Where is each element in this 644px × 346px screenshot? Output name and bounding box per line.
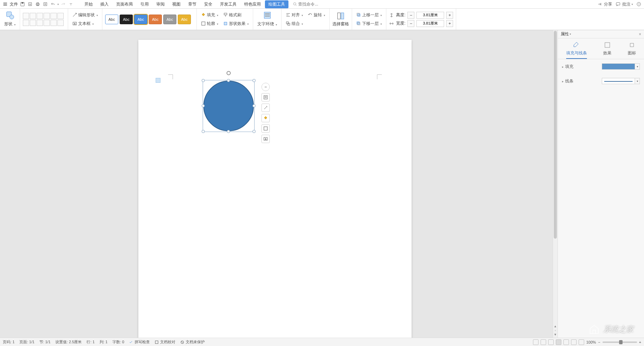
style-swatch-4[interactable]: Abc (163, 15, 176, 24)
panel-tab-picture[interactable]: 图标 (628, 41, 636, 59)
zoom-in-button[interactable]: + (639, 340, 641, 344)
status-row[interactable]: 行: 1 (86, 339, 94, 345)
tab-sections[interactable]: 章节 (185, 0, 200, 8)
command-search[interactable] (292, 1, 340, 7)
status-spellcheck[interactable]: 拼写检查 (129, 339, 150, 345)
selected-shape[interactable] (203, 81, 254, 131)
status-page[interactable]: 页面: 1/1 (19, 339, 34, 345)
style-swatch-3[interactable]: Abc (149, 15, 162, 24)
read-view-icon[interactable] (541, 339, 546, 345)
undo-icon[interactable] (50, 1, 56, 7)
resize-handle-s[interactable] (227, 130, 230, 133)
tab-developer[interactable]: 开发工具 (217, 0, 240, 8)
outline-view-icon[interactable] (563, 339, 569, 345)
status-col[interactable]: 列: 1 (100, 339, 108, 345)
float-outline-button[interactable] (261, 124, 270, 133)
print-icon[interactable] (35, 1, 41, 7)
format-painter-button[interactable]: 格式刷 (222, 11, 243, 19)
save-icon[interactable] (19, 1, 26, 7)
edit-view-icon[interactable] (548, 339, 554, 345)
resize-handle-nw[interactable] (202, 79, 205, 82)
float-text-button[interactable]: A (261, 135, 270, 143)
menu-icon[interactable] (2, 1, 8, 7)
status-chars[interactable]: 字数: 0 (112, 339, 124, 345)
width-increase[interactable]: + (446, 20, 453, 27)
bring-forward-button[interactable]: 上移一层 (355, 11, 383, 19)
height-input[interactable] (416, 12, 444, 19)
tab-references[interactable]: 引用 (137, 0, 152, 8)
panel-tab-fill-line[interactable]: 填充与线条 (566, 41, 587, 59)
float-edit-button[interactable] (261, 104, 270, 112)
tab-start[interactable]: 开始 (81, 0, 96, 8)
resize-handle-n[interactable] (227, 79, 230, 82)
status-proof[interactable]: 文档校对 (155, 339, 175, 345)
style-swatch-2[interactable]: Abc (134, 15, 147, 24)
qat-more-icon[interactable] (68, 1, 74, 7)
shape-gallery[interactable] (23, 13, 64, 26)
resize-handle-e[interactable] (252, 104, 256, 107)
fullscreen-view-icon[interactable] (533, 339, 539, 345)
paragraph-options-icon[interactable] (156, 78, 160, 83)
resize-handle-ne[interactable] (252, 79, 256, 82)
redo-icon[interactable] (60, 1, 66, 7)
panel-tab-effects[interactable]: 效果 (603, 41, 611, 59)
web-view-icon[interactable] (571, 339, 577, 345)
tab-security[interactable]: 安全 (201, 0, 216, 8)
vertical-scrollbar[interactable]: ▲ ◦ ▼ (553, 30, 558, 338)
file-menu[interactable]: 文件 (10, 1, 18, 7)
width-decrease[interactable]: − (407, 20, 414, 27)
document-page[interactable]: − A (138, 40, 412, 338)
zoom-value[interactable]: 100% (586, 340, 596, 344)
fill-swatch[interactable] (602, 63, 635, 70)
zoom-knob[interactable] (619, 340, 623, 344)
scroll-thumb[interactable] (554, 31, 557, 239)
text-box-button[interactable]: A文本框 (71, 20, 99, 27)
help-button[interactable]: ? (636, 1, 642, 7)
selection-pane-icon[interactable] (336, 11, 345, 20)
panel-close-button[interactable]: × (639, 32, 641, 37)
float-collapse-button[interactable]: − (261, 83, 270, 91)
group-button[interactable]: 组合 (284, 20, 304, 27)
height-increase[interactable]: + (446, 12, 453, 19)
scroll-mid-icon[interactable]: ◦ (555, 329, 556, 332)
outline-button[interactable]: 轮廓 (200, 20, 220, 27)
page-view-icon[interactable] (556, 339, 561, 345)
style-swatch-1[interactable]: Abc (120, 15, 133, 24)
tab-special[interactable]: 特色应用 (241, 0, 264, 8)
float-layout-button[interactable] (261, 93, 270, 101)
line-swatch[interactable] (602, 78, 635, 84)
share-button[interactable]: 分享 (597, 1, 612, 7)
style-swatch-5[interactable]: Abc (178, 15, 191, 24)
style-swatch-0[interactable]: Abc (105, 15, 118, 24)
float-fill-button[interactable] (261, 114, 270, 122)
edit-shape-button[interactable]: 编辑形状 (71, 11, 99, 19)
search-input[interactable] (298, 2, 340, 7)
panel-fill-label[interactable]: 填充 (562, 64, 573, 70)
line-swatch-dropdown[interactable]: ▾ (635, 78, 640, 84)
fill-swatch-dropdown[interactable]: ▾ (635, 63, 640, 70)
width-input[interactable] (416, 20, 444, 27)
annotate-button[interactable]: 批注 ▾ (615, 1, 633, 7)
resize-handle-w[interactable] (202, 104, 205, 107)
scroll-up-icon[interactable]: ▲ (554, 325, 557, 328)
height-decrease[interactable]: − (407, 12, 414, 19)
save-as-icon[interactable] (27, 1, 33, 7)
status-section[interactable]: 节: 1/1 (39, 339, 50, 345)
status-protect[interactable]: 文档未保护 (180, 339, 205, 345)
tab-page-layout[interactable]: 页面布局 (113, 0, 136, 8)
shape-effect-button[interactable]: 形状效果 (222, 20, 250, 27)
rotate-button[interactable]: 旋转 (306, 11, 326, 19)
shape-icon[interactable] (6, 11, 15, 20)
tab-insert[interactable]: 插入 (97, 0, 112, 8)
scroll-down-icon[interactable]: ▼ (554, 333, 557, 336)
fill-button[interactable]: 填充 (200, 11, 220, 19)
tab-view[interactable]: 视图 (169, 0, 184, 8)
print-preview-icon[interactable] (42, 1, 48, 7)
resize-handle-sw[interactable] (202, 130, 205, 133)
tab-drawing-tools[interactable]: 绘图工具 (265, 0, 288, 8)
eye-view-icon[interactable] (579, 339, 584, 345)
circle-shape[interactable] (203, 81, 254, 131)
zoom-out-button[interactable]: − (598, 340, 600, 344)
canvas-area[interactable]: − A (0, 30, 553, 338)
zoom-slider[interactable] (602, 341, 637, 343)
